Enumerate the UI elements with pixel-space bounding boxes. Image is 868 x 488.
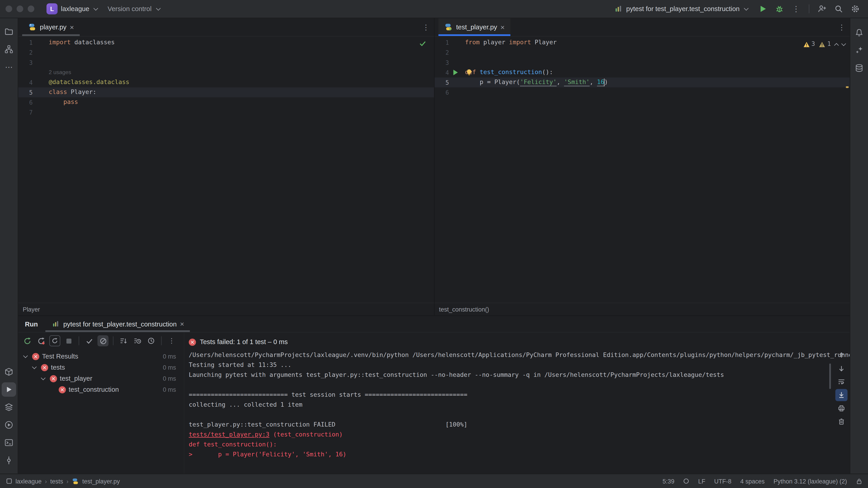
code-line[interactable]: 2 <box>434 48 850 58</box>
tab-player-py[interactable]: player.py × <box>22 18 80 36</box>
vcs-widget[interactable]: Version control <box>103 2 165 15</box>
crumb-directory[interactable]: tests <box>50 478 63 484</box>
close-tab-icon[interactable]: × <box>180 320 184 328</box>
code-editor-right[interactable]: 3 1 1from <box>434 37 850 303</box>
show-ignored-toggle[interactable] <box>97 335 108 346</box>
project-widget[interactable]: L laxleague <box>42 2 103 15</box>
debug-button[interactable] <box>772 2 786 15</box>
run-tab-pytest[interactable]: pytest for test_player.test_construction… <box>46 316 190 332</box>
code-line[interactable]: 6 <box>434 88 850 97</box>
code-line[interactable]: 5 p = Player('Felicity', 'Smith', 16) <box>434 77 850 88</box>
database-tool-button[interactable] <box>852 61 866 75</box>
more-tools-button[interactable]: ⋯ <box>2 60 16 74</box>
notifications-bell-icon[interactable] <box>852 26 866 40</box>
project-tool-button[interactable] <box>2 24 16 39</box>
code-line[interactable]: 4@dataclasses.dataclass <box>18 77 434 88</box>
python-console-tool-button[interactable] <box>2 418 16 432</box>
editor-gutter[interactable]: 2 <box>434 48 465 58</box>
search-everywhere-button[interactable] <box>831 2 846 15</box>
code-line[interactable]: 6 pass <box>18 97 434 107</box>
inspections-ok-icon[interactable] <box>419 40 426 47</box>
code-line[interactable]: 5class Player: <box>18 88 434 97</box>
editor-gutter[interactable]: 4 <box>434 68 465 77</box>
chevron-down-icon[interactable] <box>32 364 37 369</box>
more-options-button[interactable]: ⋮ <box>166 335 177 346</box>
error-stripe-warning-mark[interactable] <box>846 86 848 88</box>
editor-gutter[interactable]: 6 <box>18 97 49 107</box>
editor-gutter[interactable]: 3 <box>434 58 465 68</box>
line-separator-widget[interactable]: LF <box>698 478 705 484</box>
tab-test-player-py[interactable]: test_player.py × <box>438 18 510 36</box>
chevron-down-icon[interactable] <box>23 353 28 358</box>
run-test-gutter-icon[interactable] <box>449 68 465 77</box>
version-control-tool-button[interactable] <box>2 453 16 468</box>
run-tool-button[interactable] <box>2 382 16 397</box>
test-tree-item[interactable]: test_player0 ms <box>18 373 184 384</box>
editor-gutter[interactable]: 1 <box>18 38 49 48</box>
close-tab-icon[interactable]: × <box>70 24 74 31</box>
python-packages-tool-button[interactable] <box>2 365 16 379</box>
services-tool-button[interactable] <box>2 400 16 415</box>
terminal-tool-button[interactable] <box>2 435 16 450</box>
settings-gear-icon[interactable] <box>848 2 863 15</box>
tab-list-more-icon[interactable]: ⋮ <box>838 23 845 31</box>
tab-list-more-icon[interactable]: ⋮ <box>423 23 430 31</box>
scroll-to-end-toggle[interactable] <box>835 389 848 401</box>
scroll-down-button[interactable] <box>835 362 848 375</box>
rerun-tests-button[interactable] <box>22 335 33 346</box>
previous-problem-icon[interactable] <box>834 43 839 47</box>
zoom-window-button[interactable] <box>28 5 34 12</box>
test-history-button[interactable] <box>146 335 157 346</box>
crumb-project[interactable]: laxleague <box>16 478 41 484</box>
intention-bulb-icon[interactable] <box>466 69 473 76</box>
code-with-me-button[interactable] <box>815 2 829 15</box>
code-line[interactable]: 2 usages <box>18 68 434 77</box>
editor-gutter[interactable]: 5 <box>18 88 49 97</box>
print-button[interactable] <box>835 402 848 414</box>
caret-position-widget[interactable]: 5:39 <box>662 478 674 484</box>
code-line[interactable]: 1from player import Player <box>434 38 850 48</box>
test-tree-item[interactable]: Test Results0 ms <box>18 351 184 362</box>
encoding-widget[interactable]: UTF-8 <box>714 478 731 484</box>
code-line[interactable]: 3 <box>18 58 434 68</box>
test-tree-item[interactable]: tests0 ms <box>18 362 184 373</box>
file-link[interactable]: tests/test_player.py:3 <box>189 431 270 438</box>
code-line[interactable]: 1import dataclasses <box>18 38 434 48</box>
test-console[interactable]: Tests failed: 1 of 1 test – 0 ms /Users/… <box>184 332 850 474</box>
indent-widget[interactable]: 4 spaces <box>740 478 765 484</box>
code-line[interactable]: 3 <box>434 58 850 68</box>
sort-alphabetically-button[interactable] <box>118 335 129 346</box>
breadcrumb-item[interactable]: Player <box>23 306 40 313</box>
usages-inlay-hint[interactable]: 2 usages <box>49 69 71 75</box>
editor-gutter[interactable]: 2 <box>18 48 49 58</box>
structure-tool-button[interactable] <box>2 42 16 57</box>
show-passed-toggle[interactable] <box>84 335 95 346</box>
test-tree-item[interactable]: test_construction0 ms <box>18 384 184 395</box>
file-lock-icon[interactable] <box>856 478 862 484</box>
interpreter-widget[interactable]: Python 3.12 (laxleague) (2) <box>774 478 847 484</box>
run-button[interactable] <box>756 2 770 15</box>
editor-gutter[interactable]: 4 <box>18 77 49 88</box>
crumb-file[interactable]: test_player.py <box>82 478 120 484</box>
stop-button[interactable] <box>63 335 74 346</box>
code-line[interactable]: 4def test_construction(): <box>434 68 850 77</box>
toggle-auto-test-button[interactable] <box>49 335 60 346</box>
ai-assistant-icon[interactable] <box>852 43 866 58</box>
inspections-widget[interactable]: 3 1 <box>803 39 845 49</box>
rerun-failed-tests-button[interactable] <box>35 335 46 346</box>
editor-gutter[interactable]: 3 <box>18 58 49 68</box>
editor-gutter[interactable]: 5 <box>434 77 465 88</box>
soft-wrap-toggle[interactable] <box>835 376 848 388</box>
close-tab-icon[interactable]: × <box>500 24 505 31</box>
status-circle-icon[interactable] <box>683 478 689 484</box>
run-configuration-selector[interactable]: pytest for test_player.test_construction <box>610 2 753 15</box>
clear-console-button[interactable] <box>835 416 848 428</box>
sort-by-duration-button[interactable] <box>132 335 143 346</box>
code-line[interactable]: 7 <box>18 107 434 117</box>
minimize-window-button[interactable] <box>17 5 23 12</box>
console-scrollbar[interactable] <box>829 363 831 389</box>
editor-gutter[interactable] <box>18 68 49 77</box>
editor-gutter[interactable]: 1 <box>434 38 465 48</box>
more-actions-button[interactable]: ⋮ <box>789 2 803 15</box>
scroll-up-button[interactable] <box>835 349 848 361</box>
